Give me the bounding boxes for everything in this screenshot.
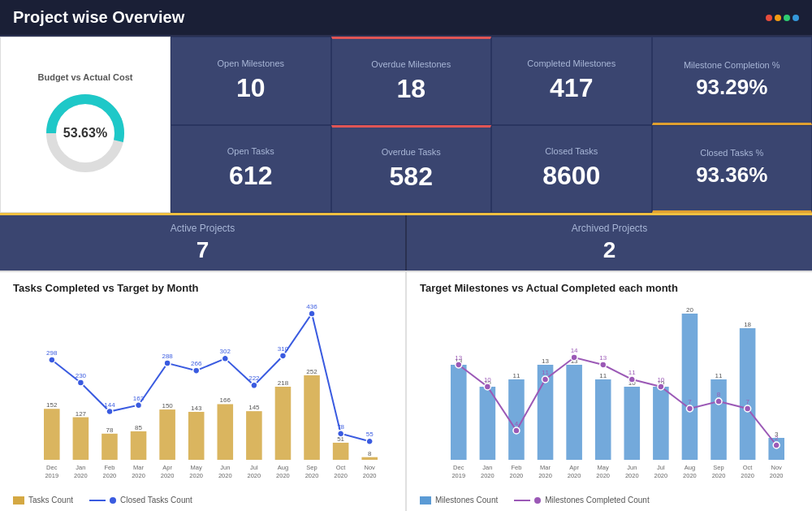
- legend-box-milestones: [420, 496, 431, 505]
- svg-text:11: 11: [542, 369, 549, 376]
- svg-text:2020: 2020: [712, 472, 726, 479]
- logo-dot-blue: [793, 15, 799, 21]
- metric-card-closed-tasks-pct: Closed Tasks %93.36%: [652, 125, 813, 214]
- svg-rect-86: [624, 387, 641, 460]
- chart2-svg: 1310111313111010201118313104111413111078…: [420, 297, 799, 492]
- legend-tasks-count: Tasks Count: [13, 496, 73, 505]
- metric-card-overdue-tasks: Overdue Tasks582: [331, 125, 492, 214]
- chart-panel-2: Target Milestones vs Actual Completed ea…: [407, 272, 812, 511]
- svg-text:Jan: Jan: [76, 464, 85, 471]
- metric-label-overdue-tasks: Overdue Tasks: [382, 147, 441, 157]
- svg-text:Apr: Apr: [569, 464, 579, 471]
- svg-text:13: 13: [599, 354, 607, 362]
- legend-closed-tasks: Closed Tasks Count: [89, 496, 192, 505]
- metric-label-milestone-pct: Milestone Completion %: [684, 60, 780, 70]
- svg-rect-88: [653, 387, 669, 460]
- svg-text:Feb: Feb: [511, 464, 521, 471]
- svg-text:2020: 2020: [363, 472, 377, 479]
- svg-rect-22: [333, 443, 349, 460]
- svg-rect-2: [44, 409, 60, 460]
- svg-rect-4: [73, 418, 89, 460]
- svg-text:2020: 2020: [334, 472, 348, 479]
- metric-value-overdue-tasks: 582: [390, 162, 433, 192]
- metric-card-open-tasks: Open Tasks612: [171, 125, 331, 214]
- donut-chart: 53.63%: [41, 89, 130, 178]
- svg-text:Apr: Apr: [162, 464, 172, 471]
- archived-projects-card: Archived Projects 2: [407, 215, 812, 271]
- svg-text:144: 144: [104, 401, 115, 409]
- project-row: Active Projects 7 Archived Projects 2: [0, 215, 812, 272]
- chart1-legend: Tasks Count Closed Tasks Count: [13, 496, 392, 505]
- svg-point-106: [571, 354, 577, 361]
- donut-value: 53.63%: [63, 126, 107, 141]
- logo-dot-yellow: [775, 15, 781, 21]
- svg-text:Aug: Aug: [278, 464, 288, 471]
- chart-panel-1: Tasks Completed vs Target by Month 15212…: [0, 272, 407, 511]
- logo: [766, 15, 799, 21]
- metric-value-closed-tasks-pct: 93.36%: [696, 162, 767, 188]
- svg-rect-74: [451, 365, 467, 460]
- svg-text:Nov: Nov: [771, 464, 783, 471]
- svg-text:2019: 2019: [451, 472, 465, 479]
- svg-text:166: 166: [220, 396, 231, 404]
- legend-milestones-completed: Milestones Completed Count: [514, 496, 649, 505]
- svg-text:4: 4: [515, 420, 519, 427]
- metric-card-milestone-pct: Milestone Completion %93.29%: [652, 37, 813, 125]
- svg-text:2020: 2020: [218, 472, 232, 479]
- svg-text:436: 436: [306, 303, 317, 310]
- charts-section: Tasks Completed vs Target by Month 15212…: [0, 272, 812, 511]
- svg-text:266: 266: [191, 360, 202, 367]
- svg-text:310: 310: [278, 345, 289, 353]
- legend-label-milestones-completed: Milestones Completed Count: [545, 496, 649, 505]
- svg-text:145: 145: [248, 404, 260, 411]
- svg-rect-14: [218, 404, 234, 460]
- svg-point-26: [49, 357, 55, 363]
- svg-text:2020: 2020: [654, 472, 668, 479]
- metric-value-closed-tasks: 8600: [542, 161, 600, 191]
- svg-point-108: [600, 362, 607, 368]
- metric-label-closed-tasks: Closed Tasks: [545, 146, 598, 156]
- logo-dot-green: [784, 15, 790, 21]
- page-title: Project wise Overview: [13, 8, 184, 27]
- svg-text:2020: 2020: [741, 472, 754, 479]
- legend-line-milestones: [514, 500, 530, 501]
- svg-text:Jul: Jul: [657, 464, 665, 471]
- chart1-title: Tasks Completed vs Target by Month: [13, 282, 392, 294]
- metric-label-open-tasks: Open Tasks: [227, 146, 274, 156]
- svg-text:2020: 2020: [538, 472, 552, 479]
- svg-text:302: 302: [220, 348, 231, 355]
- chart2-area: 1310111313111010201118313104111413111078…: [420, 297, 799, 492]
- metrics-grid: Open Milestones10Overdue Milestones18Com…: [171, 37, 812, 213]
- svg-text:Jul: Jul: [250, 464, 258, 471]
- svg-text:Dec: Dec: [453, 464, 464, 471]
- svg-point-118: [745, 405, 751, 412]
- archived-value: 2: [603, 237, 616, 263]
- svg-text:152: 152: [46, 401, 58, 409]
- donut-title: Budget vs Actual Cost: [38, 72, 133, 82]
- svg-text:2020: 2020: [189, 472, 203, 479]
- svg-text:252: 252: [306, 368, 317, 375]
- svg-rect-84: [595, 379, 611, 460]
- legend-circle-milestones: [534, 497, 541, 504]
- svg-text:13: 13: [542, 357, 549, 365]
- svg-text:2020: 2020: [276, 472, 290, 479]
- svg-point-44: [309, 310, 315, 317]
- chart2-legend: Milestones Count Milestones Completed Co…: [420, 496, 799, 505]
- svg-text:7: 7: [745, 398, 749, 405]
- svg-point-28: [77, 379, 84, 386]
- archived-label: Archived Projects: [572, 223, 647, 234]
- header: Project wise Overview: [0, 0, 812, 37]
- svg-rect-76: [480, 387, 496, 460]
- svg-rect-82: [566, 365, 582, 460]
- svg-text:10: 10: [657, 376, 664, 383]
- svg-text:7: 7: [688, 398, 692, 405]
- svg-text:163: 163: [133, 395, 145, 402]
- svg-point-36: [193, 367, 200, 374]
- legend-label-milestones: Milestones Count: [435, 496, 498, 505]
- svg-point-46: [338, 431, 344, 437]
- svg-text:298: 298: [46, 349, 58, 357]
- svg-point-104: [542, 376, 549, 383]
- metric-value-open-milestones: 10: [236, 73, 266, 103]
- svg-text:2: 2: [775, 435, 779, 442]
- top-section: Budget vs Actual Cost 53.63% Open Milest…: [0, 37, 812, 215]
